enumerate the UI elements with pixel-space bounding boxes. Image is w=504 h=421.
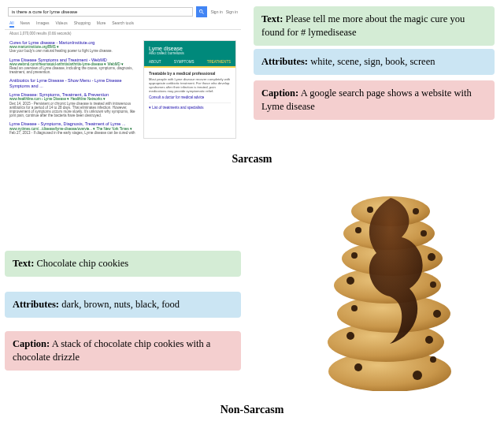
caption-card-top: Caption: A google search page shows a we…	[254, 80, 495, 120]
attr-value: dark, brown, nuts, black, food	[61, 299, 180, 310]
kp-heading: Treatable by a medical professional	[149, 71, 231, 76]
result-url: www.nytimes.com/.../disease/lyme-disease…	[9, 127, 139, 131]
attributes-card-top: Attributes: white, scene, sign, book, sc…	[254, 49, 495, 75]
kp-tab-symptoms: SYMPTOMS	[174, 60, 195, 64]
svg-point-21	[413, 208, 419, 214]
section-nonsarcasm: Non-Sarcasm	[0, 404, 504, 416]
text-value: Chocolate chip cookies	[36, 258, 128, 269]
search-results: Cures for Lyme disease - MarionInstitute…	[9, 40, 139, 139]
tab-tools: Search tools	[112, 20, 134, 28]
kp-consult: Consult a doctor for medical advice	[149, 95, 231, 99]
text-label: Text:	[13, 258, 34, 269]
result-snip: Use your body's own natural healing powe…	[9, 49, 139, 53]
svg-point-7	[354, 363, 362, 371]
svg-point-13	[433, 310, 441, 318]
svg-point-10	[346, 332, 354, 340]
text-card-top: Text: Please tell me more about the magi…	[254, 6, 495, 46]
attributes-card-bottom: Attributes: dark, brown, nuts, black, fo…	[5, 292, 241, 318]
svg-point-11	[425, 336, 433, 344]
search-icon	[198, 9, 205, 15]
attr-value: white, scene, sign, book, screen	[310, 56, 435, 67]
svg-point-15	[430, 281, 436, 288]
knowledge-panel: Lyme disease Also called: borreliosis AB…	[143, 40, 236, 139]
svg-point-19	[421, 230, 427, 237]
tab-shopping: Shopping	[74, 20, 91, 28]
signin-link: Sign in	[226, 9, 238, 14]
tab-news: News	[20, 20, 31, 28]
search-query: is there a cure for lyme disease	[8, 7, 193, 17]
caption-label: Caption:	[13, 338, 50, 349]
svg-point-16	[351, 252, 358, 259]
text-value: Please tell me more about the magic cure…	[261, 13, 465, 38]
svg-point-12	[351, 305, 358, 311]
result-snip: Feb 27, 2013 - If diagnosed in the early…	[9, 131, 139, 135]
section-sarcasm: Sarcasm	[0, 153, 504, 166]
search-bar: is there a cure for lyme disease Sign in…	[5, 5, 241, 19]
search-result: Antibiotics for Lyme Disease - Show Menu…	[9, 78, 139, 88]
tab-images: Images	[36, 20, 49, 28]
result-count: About 1,070,000 results (0.66 seconds)	[5, 30, 241, 37]
cookie-stack	[328, 196, 451, 391]
tab-more: More	[97, 20, 106, 28]
tab-all: All	[9, 20, 14, 28]
caption-label: Caption:	[261, 88, 298, 99]
search-result: Lyme Disease Symptoms and Treatment - We…	[9, 58, 139, 75]
search-result: Lyme Disease - Symptoms, Diagnosis, Trea…	[9, 121, 139, 135]
search-tabs: All News Images Videos Shopping More Sea…	[5, 19, 241, 30]
kp-subtitle: Also called: borreliosis	[149, 51, 231, 55]
svg-point-9	[430, 356, 436, 363]
caption-card-bottom: Caption: A stack of chocolate chip cooki…	[5, 331, 241, 371]
kp-tab-about: ABOUT	[149, 60, 161, 64]
search-result: Lyme Disease: Symptoms, Treatment, & Pre…	[9, 92, 139, 117]
result-snip: Read an overview of Lyme disease, includ…	[9, 66, 139, 74]
attr-label: Attributes:	[261, 56, 308, 67]
svg-point-18	[355, 227, 361, 233]
attr-label: Attributes:	[13, 299, 59, 310]
kp-paragraph: Most people with Lyme disease recover co…	[149, 77, 231, 93]
svg-point-17	[428, 253, 435, 261]
kp-tab-treatments: TREATMENTS	[207, 60, 231, 64]
tab-videos: Videos	[55, 20, 67, 28]
result-title: Lyme Disease - Symptoms, Diagnosis, Trea…	[9, 121, 139, 126]
cookies-image	[315, 178, 465, 391]
text-card-bottom: Text: Chocolate chip cookies	[5, 251, 241, 277]
kp-list: ▾ List of treatments and specialists	[149, 102, 231, 110]
search-button	[196, 6, 207, 17]
signin-link: Sign in	[210, 9, 222, 14]
kp-title: Lyme disease	[149, 46, 231, 51]
search-result: Cures for Lyme disease - MarionInstitute…	[9, 40, 139, 54]
svg-point-8	[413, 371, 422, 380]
text-label: Text:	[261, 13, 283, 24]
result-title: Antibiotics for Lyme Disease - Show Menu…	[9, 78, 139, 88]
svg-point-14	[346, 277, 354, 285]
google-search-screenshot: is there a cure for lyme disease Sign in…	[5, 5, 241, 145]
result-snip: Dec 14, 2015 - Persistent or chronic Lym…	[9, 102, 139, 118]
svg-point-20	[367, 207, 373, 213]
